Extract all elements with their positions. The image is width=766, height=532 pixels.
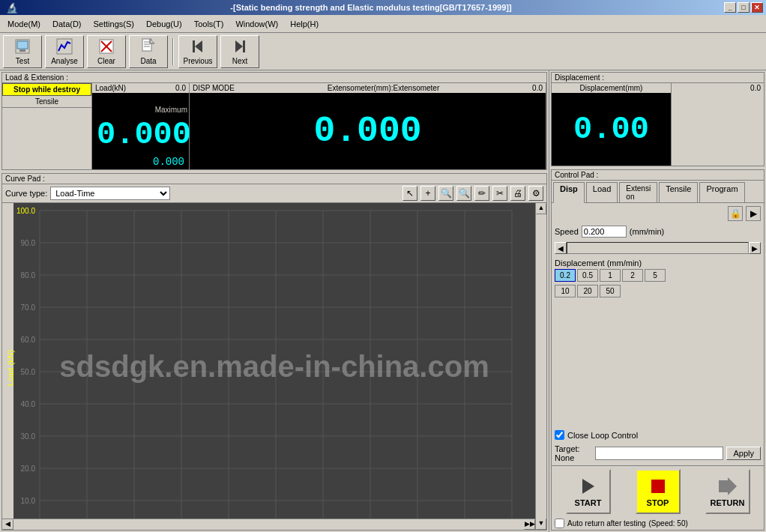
svg-text:60.0: 60.0: [21, 336, 36, 344]
tab-load[interactable]: Load: [586, 182, 618, 202]
left-panel: Load & Extension : Stop while destroy Te…: [0, 70, 549, 532]
start-button[interactable]: START: [566, 469, 611, 514]
cut-tool[interactable]: ✂: [492, 186, 507, 201]
speed-unit: (mm/min): [630, 227, 664, 236]
scale-10[interactable]: 10: [555, 285, 576, 297]
displacement-mm-label: Displacement(mm): [552, 83, 671, 93]
curve-toolbar: Curve type: Load-Time ↖ + 🔍 🔍 ✏ ✂ 🖨 ⚙: [2, 184, 546, 203]
load-kn-value: 0.0: [175, 84, 186, 92]
menu-help[interactable]: Help(H): [284, 18, 325, 30]
crosshair-tool[interactable]: +: [420, 186, 435, 201]
menu-data[interactable]: Data(D): [46, 18, 88, 30]
curve-type-select[interactable]: Load-Time: [50, 187, 170, 200]
lock-button[interactable]: 🔒: [728, 206, 743, 221]
load-max-display: 0.000: [92, 154, 189, 169]
slider-track[interactable]: [567, 242, 749, 254]
close-button[interactable]: ✕: [751, 2, 763, 13]
target-input[interactable]: [595, 447, 723, 460]
scale-50[interactable]: 50: [600, 285, 621, 297]
extensometer-label: Extensometer(mm):Extensometer: [328, 84, 440, 92]
stop-label: STOP: [647, 498, 669, 507]
print-tool[interactable]: 🖨: [510, 186, 525, 201]
menu-tools[interactable]: Tools(T): [188, 18, 230, 30]
stop-button[interactable]: STOP: [636, 469, 681, 514]
v-scrollbar[interactable]: ▲ ▼: [535, 203, 546, 530]
main-content: Load & Extension : Stop while destroy Te…: [0, 70, 766, 532]
scale-1[interactable]: 1: [600, 269, 621, 282]
menu-debug[interactable]: Debug(U): [140, 18, 188, 30]
close-loop-checkbox[interactable]: [555, 430, 564, 440]
titlebar-buttons: _ □ ✕: [724, 2, 763, 13]
h-scrollbar[interactable]: ◀ ▶▶: [2, 519, 535, 530]
scale-20[interactable]: 20: [577, 285, 598, 297]
svg-text:10.0: 10.0: [21, 497, 36, 505]
scale-2[interactable]: 2: [622, 269, 643, 282]
next-button[interactable]: Next: [220, 35, 259, 68]
control-action-buttons: START STOP RETURN: [552, 465, 764, 517]
clear-button[interactable]: Clear: [87, 35, 126, 68]
window-title: -[Static bending strength and Elastic mo…: [18, 3, 724, 12]
maximize-button[interactable]: □: [738, 2, 750, 13]
disp-mode-label: DISP MODE: [193, 84, 235, 92]
auto-return-checkbox[interactable]: [555, 519, 564, 528]
scroll-left[interactable]: ◀: [2, 519, 13, 530]
minimize-button[interactable]: _: [724, 2, 736, 13]
return-button[interactable]: RETURN: [705, 469, 750, 514]
menu-settings[interactable]: Settings(S): [88, 18, 140, 30]
speed-input[interactable]: [582, 226, 627, 238]
svg-rect-69: [719, 480, 728, 492]
next-label: Next: [232, 57, 248, 65]
return-icon: [717, 476, 738, 497]
svg-text:90.0: 90.0: [21, 239, 36, 247]
data-button[interactable]: Data: [129, 35, 168, 68]
menu-mode[interactable]: Mode(M): [1, 18, 46, 30]
slider-row: ◀ ▶: [555, 242, 761, 254]
zoom-in-tool[interactable]: 🔍: [438, 186, 453, 201]
disp-scale-label: Displacement (mm/min): [555, 259, 761, 267]
target-label: Target: None: [555, 444, 592, 462]
displacement-value: 0.0: [750, 84, 761, 92]
extensometer-section: DISP MODE Extensometer(mm):Extensometer …: [190, 83, 546, 169]
data-label: Data: [140, 57, 156, 65]
stop-destroy-button[interactable]: Stop while destroy: [2, 83, 91, 96]
tab-program[interactable]: Program: [699, 182, 744, 202]
svg-rect-2: [19, 49, 25, 52]
test-button[interactable]: Test: [3, 35, 42, 68]
scale-grid: 0.2 0.5 1 2 5 10 20 50: [555, 269, 761, 297]
toolbar: Test Analyse Clear: [0, 33, 766, 70]
scroll-right[interactable]: ▶▶: [524, 519, 535, 530]
svg-rect-14: [193, 40, 195, 52]
control-pad: Control Pad : Disp Load Extension Tensil…: [551, 169, 765, 531]
analyse-button[interactable]: Analyse: [45, 35, 84, 68]
tab-tensile[interactable]: Tensile: [659, 182, 698, 202]
svg-text:100.0: 100.0: [16, 207, 35, 215]
svg-text:70.0: 70.0: [21, 303, 36, 312]
tab-disp[interactable]: Disp: [553, 182, 585, 203]
test-icon: [13, 37, 31, 55]
settings-tool[interactable]: ⚙: [528, 186, 543, 201]
pen-tool[interactable]: ✏: [474, 186, 489, 201]
tab-extension[interactable]: Extension: [619, 182, 657, 202]
scale-0.2[interactable]: 0.2: [555, 269, 576, 282]
slider-right[interactable]: ▶: [749, 242, 761, 254]
svg-text:Load (kN): Load (kN): [6, 350, 15, 386]
displacement-section-label: Displacement :: [552, 73, 764, 83]
unlock-button[interactable]: ▶: [746, 206, 761, 221]
apply-button[interactable]: Apply: [726, 447, 761, 460]
mode-section: Stop while destroy Tensile: [2, 83, 92, 169]
control-content: 🔒 ▶ Speed (mm/min) ◀ ▶ Displaceme: [552, 203, 764, 465]
svg-rect-67: [651, 480, 665, 493]
scroll-up[interactable]: ▲: [536, 203, 546, 214]
displacement-scale-section: Displacement (mm/min) 0.2 0.5 1 2 5 10 2…: [555, 259, 761, 297]
scroll-down[interactable]: ▼: [536, 519, 546, 530]
scale-0.5[interactable]: 0.5: [577, 269, 598, 282]
slider-left[interactable]: ◀: [555, 242, 567, 254]
previous-button[interactable]: Previous: [178, 35, 217, 68]
toolbar-separator: [172, 38, 174, 65]
menu-window[interactable]: Window(W): [229, 18, 284, 30]
scale-5[interactable]: 5: [645, 269, 666, 282]
auto-return-speed: (Speed: 50): [649, 519, 688, 528]
curve-pad: Curve Pad : Curve type: Load-Time ↖ + 🔍 …: [1, 173, 547, 531]
zoom-out-tool[interactable]: 🔍: [456, 186, 471, 201]
cursor-tool[interactable]: ↖: [402, 186, 417, 201]
